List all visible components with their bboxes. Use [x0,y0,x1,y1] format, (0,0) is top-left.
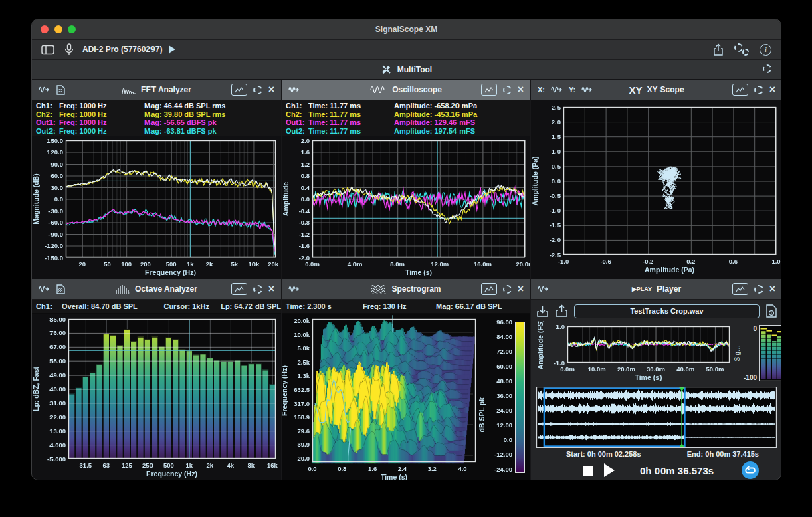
player-panel-header[interactable]: ▶PLAY Player × [531,279,781,300]
gear-icon[interactable] [503,86,512,94]
fft-panel-header[interactable]: FFT Analyzer × [32,80,281,100]
input-signal-icon[interactable] [288,284,300,294]
signal-meter-label: Sig… [734,345,741,361]
fft-analyzer-panel: FFT Analyzer × Ch1:Freq: 1000 HzMag: 46.… [32,80,282,279]
spectrogram-chart-canvas[interactable] [282,314,530,480]
close-icon[interactable]: × [268,85,274,94]
chart-style-button[interactable] [231,84,247,96]
input-signal-icon[interactable] [39,284,50,294]
spectrogram-panel: Spectrogram × Time: 2.300 s Freq: 130 Hz… [282,279,531,480]
xy-scope-panel-header[interactable]: X: Y: XY XY Scope × [531,80,781,100]
readout-row: Ch2:Freq: 1000 HzMag: 39.80 dB SPL rms [36,110,281,119]
file-info-icon[interactable] [766,304,777,318]
chart-style-button[interactable] [481,283,497,295]
readout-row: Ch1:Freq: 1000 HzMag: 46.44 dB SPL rms [36,102,281,110]
octave-chart-canvas[interactable] [32,314,281,480]
close-icon[interactable]: × [518,85,524,94]
chart-style-button[interactable] [732,84,748,96]
loop-button[interactable] [742,461,759,479]
octave-readout: Ch1: Overall: 84.70 dB SPL Cursor: 1kHz … [32,300,281,314]
readout-row: Out2:Time: 11.77 msAmplitude: 197.54 mFS [286,127,530,136]
player-panel: ▶PLAY Player × TestTracks Cr [531,279,781,480]
y-input-signal-icon[interactable] [581,85,593,94]
readout-row: Out1:Time: 11.77 msAmplitude: 129.46 mFS [286,118,530,127]
multitool-label[interactable]: MultiTool [397,65,432,74]
microphone-icon[interactable] [64,43,74,56]
info-icon[interactable]: i [760,44,771,56]
import-file-icon[interactable] [536,304,549,318]
meter-max-label: 0 [742,325,757,332]
oscilloscope-chart-canvas[interactable] [282,136,530,280]
multitool-icon [381,64,392,75]
meter-min-label: -100 [742,374,757,381]
multitool-bar: MultiTool [32,60,781,80]
chart-style-button[interactable] [481,84,497,96]
waveform-overview-canvas[interactable] [536,387,777,448]
oscilloscope-panel-header[interactable]: Oscilloscope × [282,80,530,100]
close-icon[interactable]: × [769,85,775,94]
sidebar-toggle-icon[interactable] [41,45,54,55]
x-input-label: X: [538,86,545,94]
multitool-gear-icon[interactable] [763,64,771,73]
panel-title: Spectrogram [391,284,441,294]
gear-icon[interactable] [503,285,512,294]
readout-row: Ch2:Time: 11.77 msAmplitude: -453.16 mPa [286,110,530,119]
panel-title: XY Scope [647,85,684,94]
gear-icon[interactable] [253,86,262,94]
close-icon[interactable]: × [268,284,274,294]
octave-analyzer-panel: Octave Analyzer × Ch1: Overall: 84.70 dB… [32,279,282,480]
signal-meter: Sig… 0 -100 [734,321,781,385]
x-input-signal-icon[interactable] [551,85,563,94]
xy-icon: XY [629,84,642,96]
level-meter-canvas [759,325,781,381]
loaded-file-name[interactable]: TestTracks Crop.wav [574,304,760,318]
close-icon[interactable]: × [518,284,524,294]
readout-row: Out1:Freq: 1000 HzMag: -56.65 dBFS pk [36,118,281,127]
panel-title: FFT Analyzer [141,85,191,94]
fft-icon [122,85,136,94]
gear-icon[interactable] [754,86,763,94]
y-input-label: Y: [569,86,575,94]
main-toolbar: ADI-2 Pro (57760297) i [32,40,781,60]
input-signal-icon[interactable] [288,85,300,94]
device-name[interactable]: ADI-2 Pro (57760297) [82,45,162,54]
stop-button[interactable] [583,466,593,476]
close-icon[interactable]: × [769,284,775,294]
window-title: SignalScope XM [32,25,781,34]
octave-bars-icon [116,284,130,294]
panel-title: Octave Analyzer [135,284,197,294]
share-icon[interactable] [713,43,724,56]
player-waveform-chart-canvas[interactable] [536,321,734,385]
input-signal-icon[interactable] [39,85,50,94]
spectrogram-panel-header[interactable]: Spectrogram × [282,279,530,300]
play-icon: ▶PLAY [632,286,652,292]
chart-style-button[interactable] [231,283,247,295]
panel-title: Oscilloscope [392,85,442,94]
readout-row: Ch1:Time: 11.77 msAmplitude: -658.20 mPa [286,102,530,110]
input-signal-icon[interactable] [538,284,549,294]
spectrogram-icon [371,284,387,294]
start-capture-icon[interactable] [169,45,175,54]
snapshot-document-icon[interactable] [56,284,65,294]
snapshot-document-icon[interactable] [56,85,65,95]
playback-time: 0h 00m 36.573s [640,465,714,476]
oscilloscope-icon [370,85,387,94]
spectrogram-readout: Time: 2.300 s Freq: 130 Hz Mag: 66.17 dB… [282,300,530,314]
selection-start-label: Start: 0h 00m 02.258s [566,450,641,458]
tools-settings-icon[interactable] [734,43,749,56]
gear-icon[interactable] [253,285,262,294]
octave-panel-header[interactable]: Octave Analyzer × [32,279,281,300]
app-window: SignalScope XM ADI-2 Pro (57760297) i [31,19,781,480]
readout-row: Out2:Freq: 1000 HzMag: -63.81 dBFS pk [36,127,281,136]
chart-style-button[interactable] [732,283,748,295]
xy-chart-canvas[interactable] [531,100,781,279]
fft-chart-canvas[interactable] [32,136,281,280]
panel-title: Player [657,284,681,294]
selection-end-label: End: 0h 00m 37.415s [687,450,759,458]
play-button[interactable] [604,463,615,477]
oscilloscope-readouts: Ch1:Time: 11.77 msAmplitude: -658.20 mPa… [282,100,530,136]
title-bar[interactable]: SignalScope XM [32,19,781,40]
gear-icon[interactable] [754,285,763,294]
oscilloscope-panel: Oscilloscope × Ch1:Time: 11.77 msAmplitu… [282,80,531,279]
export-share-icon[interactable] [555,304,568,318]
